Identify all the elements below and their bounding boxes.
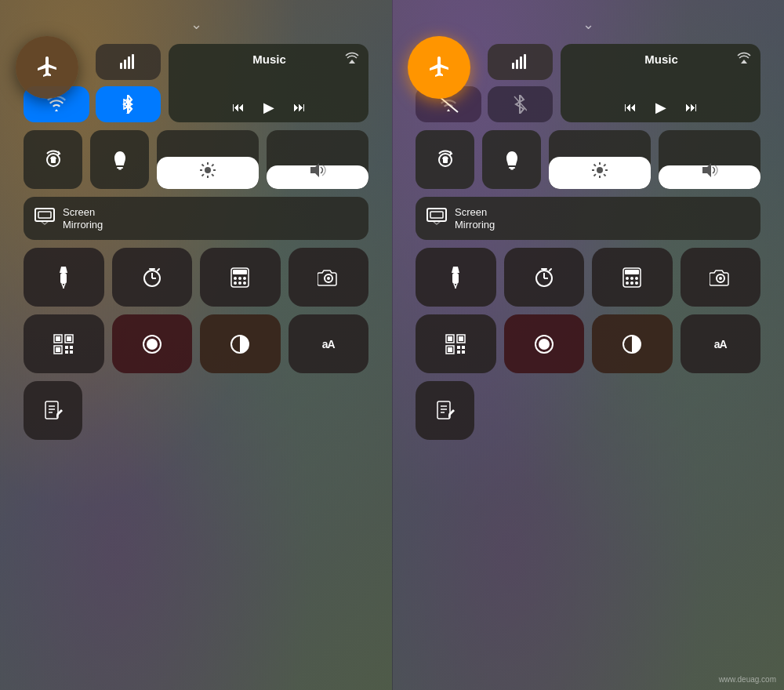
svg-point-100 (539, 339, 550, 350)
svg-line-16 (212, 165, 213, 166)
left-music-block: Music ⏮ ▶ ⏭ (169, 44, 368, 122)
left-brightness-slider[interactable] (157, 130, 259, 189)
left-chevron[interactable]: ⌄ (191, 16, 202, 33)
svg-rect-61 (509, 167, 515, 169)
svg-point-88 (719, 277, 722, 280)
left-do-not-disturb[interactable] (90, 130, 149, 189)
svg-rect-95 (457, 346, 460, 349)
svg-point-81 (626, 277, 629, 280)
right-music-block: Music ⏮ ▶ ⏭ (561, 44, 760, 122)
left-bt-btn[interactable] (96, 86, 162, 122)
left-second-row (24, 130, 368, 189)
svg-rect-94 (448, 347, 452, 352)
right-airplane-btn[interactable] (408, 36, 470, 99)
left-last-row (24, 381, 368, 440)
left-mirror-row: ScreenMirroring (24, 197, 368, 240)
svg-rect-80 (625, 270, 639, 274)
left-music-next[interactable]: ⏭ (293, 100, 306, 114)
left-timer-btn[interactable] (112, 248, 193, 307)
left-brightness-icon (199, 162, 216, 183)
svg-rect-40 (56, 347, 60, 352)
left-screen-mirror-btn[interactable]: ScreenMirroring (24, 197, 368, 240)
right-cellular-btn[interactable] (488, 44, 554, 80)
right-lock-rotation[interactable] (416, 130, 474, 189)
right-music-prev[interactable]: ⏮ (624, 100, 637, 114)
right-music-top: Music (570, 50, 751, 67)
svg-rect-102 (437, 401, 450, 419)
svg-point-82 (630, 277, 633, 280)
svg-rect-55 (524, 54, 526, 69)
right-airplay-icon[interactable] (737, 50, 751, 67)
svg-point-31 (238, 281, 241, 285)
svg-rect-52 (512, 63, 514, 69)
right-music-play[interactable]: ▶ (655, 99, 666, 116)
left-camera-btn[interactable] (289, 248, 369, 307)
right-text-size-btn[interactable]: aA (681, 314, 761, 373)
right-camera-btn[interactable] (681, 248, 761, 307)
left-calculator-btn[interactable] (200, 248, 281, 307)
svg-rect-98 (462, 350, 465, 354)
svg-line-70 (604, 165, 605, 166)
svg-line-15 (212, 174, 213, 176)
right-screen-mirror-btn[interactable]: ScreenMirroring (416, 197, 760, 240)
svg-rect-53 (516, 60, 518, 69)
right-bt-btn[interactable] (488, 86, 554, 122)
svg-rect-44 (70, 350, 73, 354)
left-content: ⌄ (24, 16, 368, 440)
right-notes-btn[interactable] (416, 381, 474, 440)
svg-rect-1 (124, 60, 126, 69)
right-qr-btn[interactable] (416, 314, 496, 373)
left-music-play[interactable]: ▶ (263, 99, 274, 116)
svg-rect-96 (462, 346, 465, 349)
left-text-size-label: aA (322, 338, 335, 350)
left-qr-btn[interactable] (24, 314, 104, 373)
right-utility-row1 (416, 248, 760, 307)
left-connectivity (24, 44, 161, 122)
svg-line-71 (594, 174, 596, 176)
left-flashlight-btn[interactable] (24, 248, 104, 307)
left-invert-btn[interactable] (200, 314, 281, 373)
svg-point-84 (626, 281, 629, 285)
svg-marker-72 (702, 163, 711, 177)
right-calculator-btn[interactable] (592, 248, 673, 307)
left-screen-record-btn[interactable] (112, 314, 193, 373)
right-brightness-slider[interactable] (549, 130, 651, 189)
left-airplane-btn[interactable] (16, 36, 78, 99)
right-do-not-disturb[interactable] (482, 130, 541, 189)
right-volume-icon (701, 162, 718, 183)
right-music-next[interactable]: ⏭ (685, 100, 698, 114)
right-timer-btn[interactable] (504, 248, 585, 307)
svg-rect-42 (70, 346, 73, 349)
left-utility-row1 (24, 248, 368, 307)
left-mirror-text: ScreenMirroring (63, 206, 103, 231)
svg-rect-6 (51, 158, 56, 163)
svg-point-83 (635, 277, 638, 280)
left-music-prev[interactable]: ⏮ (232, 100, 245, 114)
svg-point-28 (238, 277, 241, 280)
right-chevron[interactable]: ⌄ (583, 16, 594, 33)
main-container: ⌄ (0, 0, 784, 690)
left-cellular-btn[interactable] (96, 44, 162, 80)
left-text-size-btn[interactable]: aA (289, 314, 369, 373)
svg-rect-21 (60, 273, 67, 284)
left-utility-row2: aA (24, 314, 368, 373)
svg-rect-75 (452, 273, 459, 284)
right-flashlight-btn[interactable] (416, 248, 496, 307)
right-volume-slider[interactable] (659, 130, 760, 189)
svg-point-32 (243, 281, 246, 285)
right-text-size-label: aA (714, 338, 727, 350)
left-lock-rotation[interactable] (24, 130, 82, 189)
left-volume-icon (309, 162, 326, 183)
right-music-title: Music (586, 53, 737, 66)
left-airplay-icon[interactable] (345, 50, 359, 67)
right-mirror-text: ScreenMirroring (455, 206, 495, 231)
svg-line-69 (604, 174, 605, 176)
left-volume-slider[interactable] (267, 130, 368, 189)
svg-point-30 (234, 281, 237, 285)
svg-point-27 (234, 277, 237, 280)
right-screen-record-btn[interactable] (504, 314, 585, 373)
svg-rect-8 (118, 169, 122, 170)
right-invert-btn[interactable] (592, 314, 673, 373)
right-mirror-row: ScreenMirroring (416, 197, 760, 240)
left-notes-btn[interactable] (24, 381, 82, 440)
